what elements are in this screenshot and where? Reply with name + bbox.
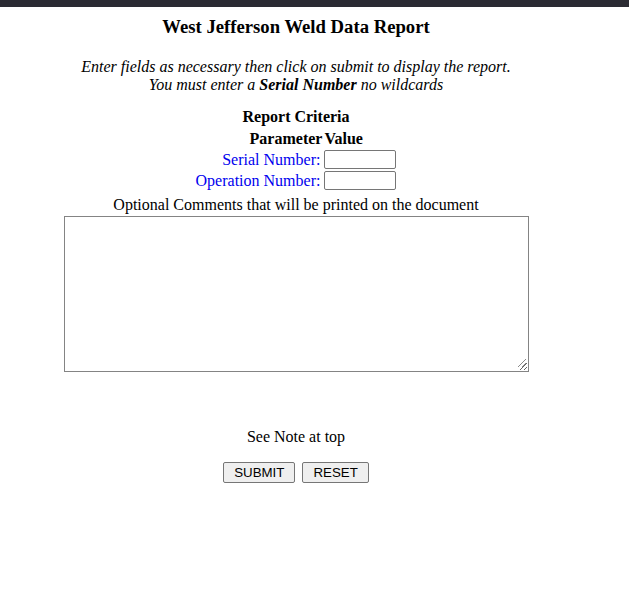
value-column-header: Value [324, 130, 396, 148]
serial-number-label: Serial Number: [196, 150, 323, 169]
operation-number-row: Operation Number: [196, 171, 397, 190]
operation-number-input[interactable] [324, 171, 396, 190]
submit-button[interactable]: SUBMIT [223, 462, 295, 483]
window-top-bar [0, 0, 629, 7]
comments-textarea[interactable] [64, 216, 529, 372]
serial-number-row: Serial Number: [196, 150, 397, 169]
criteria-header-row: Parameter Value [196, 130, 397, 148]
operation-number-label: Operation Number: [196, 171, 323, 190]
reset-button[interactable]: RESET [302, 462, 368, 483]
criteria-table: Parameter Value Serial Number: Operation… [194, 128, 399, 192]
serial-number-emphasis: Serial Number [259, 76, 356, 93]
see-note-text: See Note at top [0, 428, 592, 446]
report-criteria-heading: Report Criteria [0, 108, 592, 126]
serial-number-input[interactable] [324, 150, 396, 169]
report-form: West Jefferson Weld Data Report Enter fi… [0, 16, 592, 483]
instructions-text: Enter fields as necessary then click on … [0, 58, 592, 94]
instructions-line2: You must enter a Serial Number no wildca… [149, 76, 443, 93]
form-actions: SUBMIT RESET [0, 462, 592, 483]
page-title: West Jefferson Weld Data Report [0, 16, 592, 38]
parameter-column-header: Parameter [196, 130, 323, 148]
instructions-line1: Enter fields as necessary then click on … [81, 58, 511, 75]
comments-area [64, 216, 529, 372]
optional-comments-label: Optional Comments that will be printed o… [0, 196, 592, 214]
